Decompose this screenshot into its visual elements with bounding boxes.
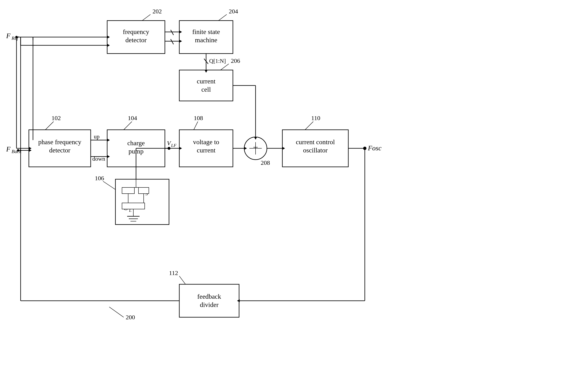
svg-line-18 xyxy=(45,122,53,130)
svg-text:200: 200 xyxy=(126,314,135,320)
svg-text:202: 202 xyxy=(153,8,162,15)
svg-line-3 xyxy=(142,14,150,21)
svg-text:108: 108 xyxy=(194,114,203,121)
svg-line-80 xyxy=(171,30,174,35)
svg-text:divider: divider xyxy=(200,301,219,308)
svg-text:112: 112 xyxy=(169,269,178,276)
svg-text:Q[1:N]: Q[1:N] xyxy=(209,58,226,64)
svg-text:102: 102 xyxy=(52,114,61,121)
svg-text:feedback: feedback xyxy=(197,293,221,300)
svg-text:106: 106 xyxy=(95,175,104,182)
svg-line-117 xyxy=(109,307,124,317)
svg-line-8 xyxy=(219,14,227,21)
svg-text:Fosc: Fosc xyxy=(368,144,381,152)
svg-text:current: current xyxy=(197,146,216,154)
svg-text:frequency: frequency xyxy=(123,28,149,35)
svg-text:104: 104 xyxy=(128,114,137,121)
svg-line-60 xyxy=(179,276,186,284)
svg-text:phase frequency: phase frequency xyxy=(38,138,81,146)
svg-rect-57 xyxy=(179,284,239,317)
svg-text:F: F xyxy=(6,32,11,40)
svg-text:oscillator: oscillator xyxy=(303,146,327,154)
svg-text:charge: charge xyxy=(127,139,145,147)
circuit-diagram: frequency detector 202 finite state mach… xyxy=(0,0,588,371)
svg-text:up: up xyxy=(94,133,100,140)
svg-text:204: 204 xyxy=(229,8,238,15)
svg-text:current: current xyxy=(197,77,216,85)
svg-text:finite state: finite state xyxy=(192,28,220,35)
diagram-container: frequency detector 202 finite state mach… xyxy=(0,0,588,371)
svg-text:V: V xyxy=(167,140,171,146)
svg-line-36 xyxy=(305,122,313,130)
svg-rect-46 xyxy=(122,203,145,209)
svg-rect-38 xyxy=(116,179,169,225)
svg-text:Ref: Ref xyxy=(11,35,19,41)
svg-line-23 xyxy=(124,122,132,130)
svg-text:machine: machine xyxy=(195,36,217,44)
svg-line-55 xyxy=(103,181,116,189)
svg-rect-45 xyxy=(138,187,149,194)
svg-text:206: 206 xyxy=(231,57,240,64)
svg-line-13 xyxy=(220,64,229,70)
svg-text:detector: detector xyxy=(125,36,147,44)
svg-text:LF: LF xyxy=(171,143,176,148)
svg-text:detector: detector xyxy=(49,146,70,154)
svg-text:down: down xyxy=(92,155,105,162)
svg-line-83 xyxy=(171,39,174,44)
svg-text:Back: Back xyxy=(11,149,21,154)
svg-line-28 xyxy=(194,122,198,130)
svg-text:F: F xyxy=(6,145,11,153)
svg-text:cell: cell xyxy=(201,86,211,93)
svg-text:110: 110 xyxy=(311,114,320,121)
svg-rect-44 xyxy=(122,187,134,194)
svg-text:208: 208 xyxy=(261,159,270,166)
svg-text:voltage to: voltage to xyxy=(193,138,219,146)
svg-rect-10 xyxy=(179,70,233,101)
svg-text:current control: current control xyxy=(296,138,335,146)
